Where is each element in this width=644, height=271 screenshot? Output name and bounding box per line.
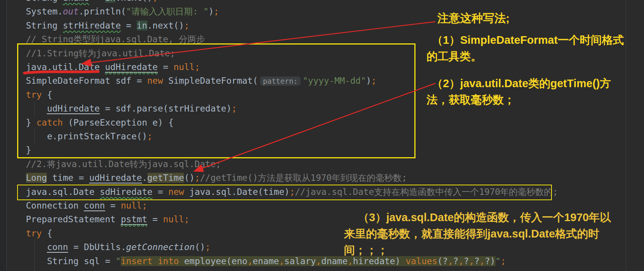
code-token: = xyxy=(147,214,163,224)
code-token: java.sql.Date xyxy=(26,187,100,197)
code-token: = xyxy=(158,62,174,72)
code-token: = xyxy=(89,0,105,3)
code-token: ; xyxy=(195,62,200,72)
code-token: try xyxy=(26,90,42,100)
code-line-15[interactable]: java.sql.Date sdHiredate = new java.sql.… xyxy=(26,185,558,199)
code-token: ; xyxy=(184,21,189,30)
note-line: 注意这种写法; xyxy=(437,10,510,26)
code-token xyxy=(152,256,158,266)
code-token: dname xyxy=(63,0,89,3)
code-token: .println( xyxy=(78,6,126,16)
note-3: （2）java.util.Date类的getTime()方法，获取毫秒数； xyxy=(427,75,611,108)
code-token: getConnection xyxy=(126,242,195,252)
code-token xyxy=(26,104,47,113)
code-line-10[interactable]: } catch (ParseException e) { xyxy=(26,116,174,129)
code-editor[interactable]: String dname = in.next();System.out.prin… xyxy=(0,0,644,271)
code-token: PreparedStatement xyxy=(26,214,121,224)
code-token: into xyxy=(158,256,179,266)
code-token: ; xyxy=(232,104,237,113)
code-line-11[interactable]: e.printStackTrace(); xyxy=(26,129,152,143)
code-line-12[interactable]: } xyxy=(26,143,31,157)
code-token: "yyyy-MM-dd" xyxy=(303,76,366,86)
code-token: "请输入入职日期: " xyxy=(126,6,208,16)
code-token: , xyxy=(248,256,253,266)
note-2: （1）SimpleDateFormat一个时间格式的工具类。 xyxy=(427,32,624,65)
editor-gutter xyxy=(0,0,7,271)
code-line-6[interactable]: java.util.Date udHiredate = null; xyxy=(26,60,200,74)
code-token: //getTime()方法是获取从1970年到现在的毫秒数; xyxy=(200,173,407,183)
code-token: } xyxy=(26,118,37,128)
code-token: null xyxy=(163,214,184,224)
code-token: new xyxy=(147,76,163,86)
code-line-4[interactable]: // String类型到java.sql.Date, 分两步 xyxy=(26,32,205,46)
code-token: conn xyxy=(47,242,68,253)
code-token: ; xyxy=(184,214,189,224)
code-token: .next() xyxy=(115,0,152,3)
code-token: //java.sql.Date支持在构造函数中传入一个1970年的毫秒数的; xyxy=(295,187,558,197)
note-line: 的工具类。 xyxy=(427,48,624,65)
indent-guide xyxy=(34,129,35,143)
code-token: out xyxy=(63,6,79,16)
code-token: String xyxy=(26,0,63,3)
code-token: , xyxy=(316,256,321,266)
code-token: ; xyxy=(147,131,153,141)
code-token: conn xyxy=(84,201,105,211)
code-line-7[interactable]: SimpleDateFormat sdf = new SimpleDateFor… xyxy=(26,74,377,88)
code-token: { xyxy=(42,90,53,100)
code-token: Connection xyxy=(26,201,84,210)
code-token: ; xyxy=(371,76,377,86)
code-token: (ParseException e) { xyxy=(63,118,174,128)
code-line-18[interactable]: try { xyxy=(26,226,52,240)
code-token: employee(eno xyxy=(179,256,248,266)
code-token: try xyxy=(26,228,42,238)
code-line-16[interactable]: Connection conn = null; xyxy=(26,199,147,212)
note-line: 来里的毫秒数，就直接能得到java.sql.Date格式的时 xyxy=(344,226,611,242)
code-token: in xyxy=(105,0,116,3)
code-token: String xyxy=(26,21,63,30)
code-token: // String类型到java.sql.Date, 分两步 xyxy=(26,34,205,44)
code-token: () xyxy=(195,242,205,252)
code-line-3[interactable]: String strHiredate = in.next(); xyxy=(26,19,189,32)
code-token: SimpleDateFormat sdf = xyxy=(26,76,147,86)
code-line-9[interactable]: udHiredate = sdf.parse(strHiredate); xyxy=(26,102,237,115)
code-line-8[interactable]: try { xyxy=(26,88,52,102)
code-token: ; xyxy=(214,6,219,16)
code-token: , xyxy=(279,256,284,266)
code-token: .next() xyxy=(147,21,184,30)
code-token: new xyxy=(168,187,184,197)
code-line-5[interactable]: //1.String转为java.util.Date; xyxy=(26,46,175,60)
code-token: udHiredate xyxy=(105,62,158,73)
code-token: java.sql.Date(time) xyxy=(184,187,289,197)
note-line: （3）java.sql.Date的构造函数，传入一个1970年以 xyxy=(358,209,611,226)
code-token: salary xyxy=(284,256,316,266)
code-line-2[interactable]: System.out.println("请输入入职日期: "); xyxy=(26,5,219,18)
code-token: ; xyxy=(152,0,158,3)
code-line-17[interactable]: PreparedStatement pstmt = null; xyxy=(26,212,189,226)
code-token: = xyxy=(152,187,168,197)
code-token: = sdf.parse(strHiredate) xyxy=(100,104,232,113)
code-line-21[interactable]: pstmt = conn.prepareStatement(sql); xyxy=(26,268,232,271)
note-line: 间；；； xyxy=(344,242,611,258)
code-line-14[interactable]: Long time = udHiredate.getTime();//getTi… xyxy=(26,171,407,185)
note-line: 法，获取毫秒数； xyxy=(427,92,611,108)
code-token: e.printStackTrace() xyxy=(26,131,147,141)
note-line: （2）java.util.Date类的getTime()方 xyxy=(432,75,611,92)
code-token: ; xyxy=(289,187,295,197)
code-line-1[interactable]: String dname = in.next(); xyxy=(26,0,158,5)
param-hint-chip: pattern: xyxy=(260,77,300,86)
code-token: strHiredate xyxy=(63,21,121,30)
code-token: ; xyxy=(142,201,147,210)
code-token: SimpleDateFormat( xyxy=(163,76,258,86)
code-line-13[interactable]: //2.将java.util.Date转为java.sql.Date; xyxy=(26,157,221,171)
code-token: } xyxy=(26,145,31,155)
code-token: null xyxy=(121,201,142,210)
code-token: " xyxy=(115,256,121,266)
code-token: //1.String转为java.util.Date; xyxy=(26,48,175,58)
note-line: （1）SimpleDateFormat一个时间格式 xyxy=(432,32,624,48)
code-line-19[interactable]: conn = DbUtils.getConnection(); xyxy=(26,240,211,254)
code-token: getTime xyxy=(147,173,184,183)
code-token: pstmt xyxy=(121,214,147,225)
right-margin-guide xyxy=(626,0,626,271)
code-token xyxy=(26,242,47,252)
code-token: ename xyxy=(252,256,279,266)
